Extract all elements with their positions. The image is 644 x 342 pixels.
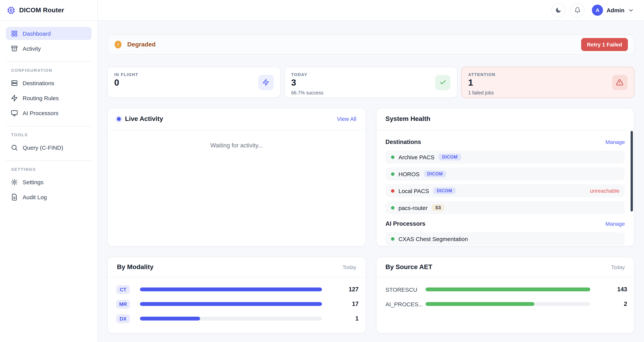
sidebar-nav: Dashboard Activity: [0, 21, 97, 57]
live-activity-header: Live Activity View All: [108, 108, 366, 130]
protocol-badge: DICOM: [433, 187, 456, 194]
sidebar-item-query-cfind[interactable]: Query (C-FIND): [6, 141, 92, 154]
sidebar-item-destinations[interactable]: Destinations: [6, 76, 92, 89]
modality-badge: CT: [116, 285, 130, 294]
sidebar-item-label: Query (C-FIND): [22, 144, 63, 151]
status-dot-healthy: [391, 237, 394, 240]
bar-row-storescu: STORESCU 143: [386, 282, 627, 297]
app-logo: DICOM Router: [0, 0, 97, 21]
protocol-badge: DICOM: [439, 153, 461, 160]
stat-card-today: TODAY 3 66.7% success: [284, 67, 457, 98]
destination-name: HOROS: [398, 170, 420, 177]
by-source-aet-bars: STORESCU 143 AI_PROCES... 2: [376, 277, 634, 333]
app-title: DICOM Router: [19, 6, 64, 14]
bar-row-ai-processor: AI_PROCES... 2: [386, 297, 627, 311]
by-modality-header: By Modality Today: [108, 257, 366, 277]
bar-fill: [425, 287, 590, 291]
by-source-aet-card: By Source AET Today STORESCU 143 AI_PROC…: [376, 257, 634, 333]
live-dot-icon: [117, 117, 121, 121]
live-activity-title: Live Activity: [117, 115, 163, 123]
protocol-badge: S3: [432, 204, 444, 211]
destinations-label: Destinations: [386, 138, 421, 145]
gear-icon: [11, 178, 18, 186]
sidebar-item-dashboard[interactable]: Dashboard: [6, 27, 92, 40]
by-modality-bars: CT 127 MR 17 DX 1: [108, 277, 366, 333]
stat-cards: IN FLIGHT 0 TODAY 3 66.7% success: [107, 67, 634, 98]
sidebar-item-ai-processors[interactable]: AI Processors: [6, 106, 92, 119]
destination-row-local-pacs: Local PACS DICOM unreachable: [386, 184, 625, 197]
user-menu[interactable]: A Admin: [592, 5, 634, 16]
bar-track: [140, 287, 322, 291]
live-activity-card: Live Activity View All Waiting for activ…: [107, 108, 366, 246]
divider: [6, 160, 92, 161]
bar-track: [425, 287, 590, 291]
system-health-card: System Health Destinations Manage Archiv…: [376, 108, 634, 246]
manage-destinations-link[interactable]: Manage: [606, 139, 625, 145]
divider: [6, 126, 92, 126]
notifications-button[interactable]: [570, 3, 585, 17]
destination-name: Archive PACS: [398, 154, 434, 160]
system-health-body: Destinations Manage Archive PACS DICOM H…: [376, 130, 634, 246]
stat-card-attention: ATTENTION 1 1 failed jobs: [461, 67, 634, 98]
sidebar-item-activity[interactable]: Activity: [6, 42, 92, 55]
sidebar-item-routing-rules[interactable]: Routing Rules: [6, 91, 92, 104]
ai-processors-section-header: AI Processors Manage: [386, 220, 625, 227]
sidebar-item-label: AI Processors: [22, 110, 58, 116]
source-aet-label: AI_PROCES...: [386, 301, 422, 307]
bar-value: 1: [337, 315, 358, 322]
bar-track: [140, 317, 322, 320]
divider: [6, 61, 92, 62]
dashboard-row-2: Live Activity View All Waiting for activ…: [107, 108, 634, 246]
system-health-title: System Health: [386, 115, 430, 123]
destination-row-horos: HOROS DICOM: [386, 167, 625, 181]
ai-processor-name: CXAS Chest Segmentation: [398, 236, 468, 242]
bar-fill: [425, 302, 534, 306]
card-title-text: By Source AET: [386, 263, 432, 271]
bar-value: 17: [337, 300, 358, 307]
sidebar-item-settings[interactable]: Settings: [6, 176, 92, 189]
retry-failed-button[interactable]: Retry 1 Failed: [581, 38, 628, 51]
by-source-aet-title: By Source AET: [386, 263, 432, 271]
card-title-text: Live Activity: [125, 115, 163, 123]
avatar: A: [592, 5, 603, 16]
dashboard-row-3: By Modality Today CT 127 MR: [107, 257, 634, 333]
sidebar-item-label: Settings: [22, 179, 43, 185]
status-text: Degraded: [127, 41, 156, 48]
bar-track: [140, 302, 322, 306]
monitor-icon: [11, 109, 18, 116]
grid-icon: [11, 30, 18, 37]
ai-processor-row-cxas: CXAS Chest Segmentation: [386, 232, 625, 245]
stat-subtext: 1 failed jobs: [468, 90, 496, 96]
bar-value: 143: [606, 286, 627, 293]
theme-toggle-button[interactable]: [552, 3, 566, 17]
sidebar-section-configuration: CONFIGURATION: [0, 66, 97, 76]
bar-fill: [140, 302, 322, 306]
stat-card-in-flight: IN FLIGHT 0: [107, 67, 280, 98]
search-icon: [11, 144, 18, 151]
bar-row-ct: CT 127: [116, 282, 358, 297]
manage-ai-processors-link[interactable]: Manage: [606, 221, 625, 227]
chip-icon: [7, 6, 15, 14]
destination-name: Local PACS: [398, 188, 429, 194]
destination-row-archive-pacs: Archive PACS DICOM: [386, 150, 625, 163]
destination-name: pacs-router: [398, 204, 428, 211]
stat-label: TODAY: [291, 72, 323, 77]
status-dot-unreachable: [391, 189, 394, 193]
stat-value: 0: [114, 78, 138, 88]
view-all-link[interactable]: View All: [337, 116, 356, 122]
sidebar-item-label: Routing Rules: [22, 95, 59, 101]
status-dot-healthy: [391, 172, 394, 176]
stat-label: ATTENTION: [468, 72, 496, 77]
unreachable-status-text: unreachable: [590, 188, 620, 194]
sidebar-item-audit-log[interactable]: Audit Log: [6, 190, 92, 204]
bar-row-dx: DX 1: [116, 311, 358, 326]
destination-row-pacs-router: pacs-router S3: [386, 201, 625, 214]
live-activity-empty-state: Waiting for activity...: [108, 130, 366, 246]
scrollbar-thumb[interactable]: [630, 131, 633, 212]
card-title-text: System Health: [386, 115, 430, 123]
source-aet-label: STORESCU: [386, 286, 422, 293]
status-dot-healthy: [391, 155, 394, 159]
sidebar-section-tools: TOOLS: [0, 131, 97, 141]
check-icon: [435, 75, 450, 90]
zap-icon: [11, 94, 18, 102]
